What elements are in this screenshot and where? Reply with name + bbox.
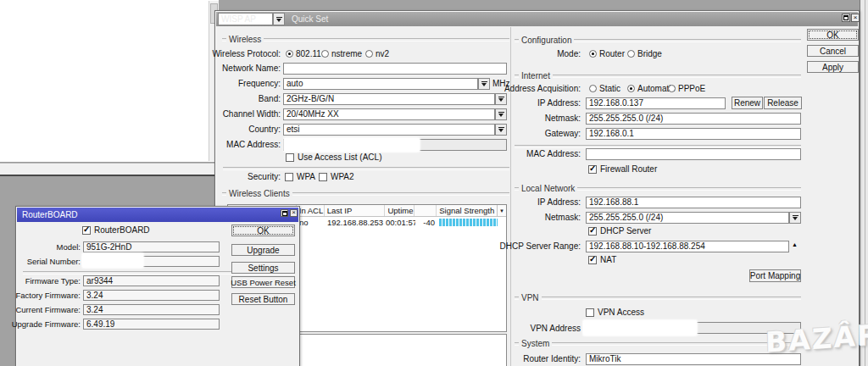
internet-ip-label: IP Address: (453, 98, 581, 108)
mode-radio-router-label[interactable]: Router (599, 49, 625, 58)
internet-netmask-label: Netmask: (453, 114, 581, 123)
dhcp-range-up-icon[interactable]: ▲ (792, 241, 798, 247)
vpn-access-label[interactable]: VPN Access (598, 308, 644, 317)
vpn-address-label: VPN Address (453, 324, 581, 333)
security-wpa-checkbox[interactable]: ✓ (285, 173, 293, 181)
table-header-blank[interactable] (415, 205, 437, 216)
network-name-label: Network Name: (215, 64, 281, 73)
maximize-icon[interactable] (281, 209, 288, 217)
upgrade-firmware-label: Upgrade Firmware: (16, 319, 81, 329)
maximize-icon[interactable] (842, 14, 850, 22)
security-label: Security: (215, 172, 281, 181)
gateway-input[interactable]: 192.168.0.1 (586, 128, 801, 140)
vpn-access-checkbox[interactable]: ✓ (586, 308, 594, 317)
wireless-group-header: Wireless (222, 35, 509, 44)
upgrade-button[interactable]: Upgrade (231, 244, 295, 256)
current-firmware-field: 3.24 (83, 304, 220, 315)
settings-button[interactable]: Settings (231, 262, 295, 274)
address-acquisition-label: Address Acquisition: (453, 84, 581, 93)
system-group-header: System (515, 339, 801, 348)
mode-radio-bridge[interactable] (627, 50, 635, 58)
apply-button[interactable]: Apply (807, 61, 859, 73)
firmware-type-field: ar9344 (83, 275, 220, 286)
model-field: 951G-2HnD (83, 241, 220, 252)
frequency-input[interactable]: auto (283, 78, 478, 90)
routerboard-checkbox[interactable]: ✓ (82, 226, 91, 235)
quick-set-title: Quick Set (292, 14, 328, 24)
dhcp-range-input[interactable]: 192.168.88.10-192.168.88.254 (586, 241, 789, 252)
table-header-in-acl[interactable]: In ACL (297, 205, 325, 216)
current-firmware-label: Current Firmware: (16, 305, 81, 314)
renew-button[interactable]: Renew (732, 97, 763, 109)
firewall-router-label[interactable]: Firewall Router (600, 164, 657, 174)
background-list-panel (0, 0, 219, 163)
censor-blob (583, 320, 697, 336)
gateway-label: Gateway: (453, 129, 581, 138)
acquisition-radio-pppoe-label[interactable]: PPPoE (678, 84, 705, 93)
internet-ip-input[interactable]: 192.168.0.137 (586, 97, 726, 109)
serial-number-label: Serial Number: (16, 257, 81, 266)
acquisition-radio-static-label[interactable]: Static (599, 84, 620, 93)
protocol-radio-80211-label[interactable]: 802.11 (296, 49, 321, 58)
reset-button-button[interactable]: Reset Button (231, 293, 295, 305)
security-wpa2-checkbox[interactable]: ✓ (319, 173, 327, 181)
column-divider (510, 27, 511, 366)
local-netmask-label: Netmask: (453, 213, 581, 222)
network-name-input[interactable] (283, 63, 507, 75)
wireless-protocol-label: Wireless Protocol: (215, 49, 281, 58)
close-icon[interactable]: × (851, 14, 860, 22)
routerboard-titlebar[interactable]: RouterBOARD × (17, 208, 298, 222)
mode-radio-bridge-label[interactable]: Bridge (637, 49, 662, 58)
firmware-type-label: Firmware Type: (16, 276, 81, 286)
quick-set-titlebar[interactable]: WISP AP Quick Set × (216, 12, 858, 26)
quick-set-mode-combo[interactable]: WISP AP (218, 13, 273, 25)
mode-radio-router[interactable] (589, 50, 597, 58)
local-ip-input[interactable]: 192.168.88.1 (586, 197, 801, 208)
bazar-watermark: BAZÂR (765, 318, 868, 359)
winbox-desktop: WISP AP Quick Set × Wireless Wireless Pr… (0, 0, 868, 366)
local-netmask-dropdown-icon[interactable] (789, 212, 801, 224)
acquisition-radio-pppoe[interactable] (668, 85, 676, 92)
cell-signal-value: -40 (415, 217, 437, 227)
dhcp-server-checkbox[interactable]: ✓ (588, 227, 597, 236)
nat-checkbox[interactable]: ✓ (588, 256, 597, 264)
protocol-radio-nstreme-label[interactable]: nstreme (331, 49, 362, 58)
table-header-uptime[interactable]: Uptime (385, 205, 415, 216)
channel-width-label: Channel Width: (215, 109, 281, 119)
release-button[interactable]: Release (764, 97, 802, 109)
censor-blob (284, 138, 420, 152)
firewall-router-checkbox[interactable]: ✓ (588, 165, 597, 174)
protocol-radio-nv2-label[interactable]: nv2 (376, 49, 389, 58)
security-wpa2-label[interactable]: WPA2 (331, 172, 354, 181)
internet-netmask-input[interactable]: 255.255.255.0 (/24) (586, 113, 801, 125)
router-identity-label: Router Identity: (453, 354, 581, 363)
dhcp-server-label[interactable]: DHCP Server (600, 226, 651, 236)
acquisition-radio-static[interactable] (589, 85, 597, 92)
country-label: Country: (215, 125, 281, 134)
port-mapping-button[interactable]: Port Mapping (749, 269, 801, 282)
wireless-mac-label: MAC Address: (215, 140, 281, 149)
factory-firmware-field: 3.24 (83, 290, 220, 301)
acl-checkbox-label[interactable]: Use Access List (ACL) (298, 152, 381, 162)
local-netmask-input[interactable]: 255.255.255.0 (/24) (586, 212, 789, 224)
protocol-radio-nv2[interactable] (365, 50, 373, 58)
local-ip-label: IP Address: (453, 197, 581, 207)
configuration-group-header: Configuration (515, 36, 801, 45)
cancel-button[interactable]: Cancel (807, 45, 859, 57)
protocol-radio-nstreme[interactable] (321, 50, 329, 58)
routerboard-checkbox-label[interactable]: RouterBOARD (94, 225, 150, 235)
routerboard-window: RouterBOARD × ✓ RouterBOARD Model: 951G-… (15, 206, 300, 366)
routerboard-ok-button[interactable]: OK (231, 225, 295, 236)
ok-button[interactable]: OK (807, 29, 859, 41)
usb-power-reset-button[interactable]: USB Power Reset (231, 276, 295, 288)
acl-checkbox[interactable]: ✓ (286, 153, 294, 162)
close-icon[interactable]: × (290, 209, 298, 217)
protocol-radio-80211[interactable] (286, 50, 293, 58)
table-header-last-ip[interactable]: Last IP (325, 205, 386, 216)
internet-mac-input[interactable] (586, 148, 801, 160)
nat-label[interactable]: NAT (600, 255, 616, 264)
quick-set-mode-dropdown-icon[interactable] (273, 13, 285, 25)
background-statusbar-strip (0, 163, 219, 176)
acquisition-radio-automatic[interactable] (627, 85, 635, 92)
security-wpa-label[interactable]: WPA (297, 172, 315, 181)
